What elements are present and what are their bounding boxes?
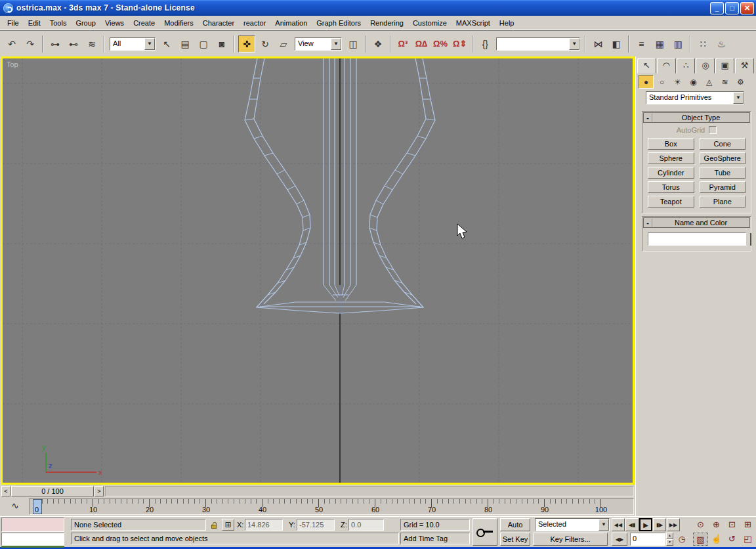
zoom-all-button[interactable]: ⊕ [709, 518, 724, 531]
menu-item-character[interactable]: Character [198, 17, 239, 29]
percent-snap-toggle-button[interactable]: Ω% [431, 35, 450, 53]
previous-frame-button[interactable]: ◀▮ [625, 518, 639, 531]
key-mode-toggle-button[interactable]: ◀▶ [612, 533, 627, 546]
category-space-warps[interactable]: ≋ [717, 75, 732, 89]
chevron-down-icon[interactable]: ▼ [733, 92, 744, 104]
tab-hierarchy[interactable]: ∴ [677, 58, 696, 74]
window-crossing-toggle-button[interactable]: ◙ [213, 35, 230, 53]
minimize-button[interactable]: _ [710, 2, 724, 14]
pan-button[interactable]: ☝ [709, 533, 724, 546]
time-configuration-button[interactable]: ◷ [676, 533, 688, 546]
menu-item-modifiers[interactable]: Modifiers [159, 17, 198, 29]
angle-snap-toggle-button[interactable]: Ω∆ [413, 35, 430, 53]
selection-lock-toggle[interactable] [209, 519, 219, 531]
tab-create[interactable]: ↖ [637, 58, 656, 74]
time-slider-track[interactable] [105, 486, 634, 496]
current-frame-field[interactable]: 0 [630, 533, 665, 546]
viewport-canvas[interactable]: yxz [3, 58, 633, 483]
object-type-button-teapot[interactable]: Teapot [648, 196, 694, 208]
object-type-button-torus[interactable]: Torus [648, 181, 694, 193]
menu-item-group[interactable]: Group [71, 17, 100, 29]
schematic-view-button[interactable]: ▥ [669, 35, 686, 53]
play-button[interactable]: ▶ [639, 518, 652, 531]
curve-editor-button[interactable]: ▦ [651, 35, 668, 53]
add-time-tag-button[interactable]: Add Time Tag [400, 533, 470, 544]
min-max-toggle-button[interactable]: ◰ [740, 533, 755, 546]
time-slider-next-button[interactable]: > [94, 486, 104, 496]
zoom-button[interactable]: ⊙ [693, 518, 708, 531]
maxscript-mini-listener-pink[interactable] [1, 517, 64, 532]
mirror-button[interactable]: ⋈ [589, 35, 606, 53]
menu-item-create[interactable]: Create [129, 17, 159, 29]
layer-manager-button[interactable]: ≡ [633, 35, 650, 53]
spinner-snap-toggle-button[interactable]: Ω⇕ [451, 35, 469, 53]
arc-rotate-button[interactable]: ↺ [724, 533, 740, 546]
tab-modify[interactable]: ◠ [657, 58, 676, 74]
tab-utilities[interactable]: ⚒ [735, 58, 754, 74]
menu-item-graph-editors[interactable]: Graph Editors [312, 17, 366, 29]
menu-item-tools[interactable]: Tools [45, 17, 72, 29]
object-type-button-cylinder[interactable]: Cylinder [648, 167, 694, 179]
chevron-down-icon[interactable]: ▼ [144, 38, 155, 50]
align-button[interactable]: ◧ [608, 35, 625, 53]
zoom-extents-all-button[interactable]: ⊞ [740, 518, 755, 531]
zoom-extents-button[interactable]: ⊡ [724, 518, 740, 531]
menu-item-customize[interactable]: Customize [408, 17, 452, 29]
render-scene-button[interactable]: ♨ [713, 35, 730, 53]
set-key-button[interactable]: Set Key [500, 533, 530, 546]
rectangular-selection-region-button[interactable]: ▢ [195, 35, 212, 53]
bind-to-space-warp-button[interactable]: ≋ [83, 35, 100, 53]
object-color-swatch[interactable] [750, 233, 751, 246]
chevron-down-icon[interactable]: ▼ [569, 38, 579, 50]
y-coordinate-field[interactable]: -57.125 [297, 519, 335, 531]
menu-item-reactor[interactable]: reactor [239, 17, 270, 29]
object-type-button-sphere[interactable]: Sphere [648, 152, 694, 164]
mini-curve-editor-button[interactable]: ∿ [5, 499, 25, 514]
object-type-button-plane[interactable]: Plane [700, 196, 746, 208]
undo-button[interactable]: ↶ [3, 35, 20, 53]
menu-item-file[interactable]: File [3, 17, 24, 29]
select-and-move-button[interactable]: ✜ [238, 35, 255, 53]
chevron-down-icon[interactable]: ▼ [598, 519, 609, 531]
menu-item-help[interactable]: Help [495, 17, 519, 29]
absolute-offset-mode-toggle[interactable]: ⊞ [222, 519, 234, 531]
menu-item-views[interactable]: Views [100, 17, 129, 29]
set-keys-button[interactable] [472, 518, 497, 546]
go-to-start-button[interactable]: ◀◀ [612, 518, 625, 531]
select-and-manipulate-button[interactable]: ❖ [369, 35, 387, 53]
object-type-button-box[interactable]: Box [648, 138, 694, 150]
tab-motion[interactable]: ◎ [696, 58, 715, 74]
frame-spinner[interactable]: ▲▼ [666, 533, 673, 546]
next-frame-button[interactable]: ▮▶ [653, 518, 666, 531]
z-coordinate-field[interactable]: 0.0 [348, 519, 384, 531]
snaps-toggle-button[interactable]: Ω³ [394, 35, 411, 53]
reference-coordinate-system-dropdown[interactable]: View▼ [295, 37, 342, 51]
object-type-button-pyramid[interactable]: Pyramid [700, 181, 746, 193]
collapse-icon[interactable]: - [644, 114, 652, 121]
x-coordinate-field[interactable]: 14.826 [245, 519, 283, 531]
menu-item-animation[interactable]: Animation [270, 17, 312, 29]
category-shapes[interactable]: ○ [654, 75, 669, 89]
menu-item-edit[interactable]: Edit [24, 17, 45, 29]
key-filter-dropdown[interactable]: Selected ▼ [535, 518, 610, 531]
object-type-button-cone[interactable]: Cone [700, 138, 746, 150]
spinner-down-icon[interactable]: ▼ [666, 539, 673, 546]
category-helpers[interactable]: ◬ [702, 75, 717, 89]
unlink-selection-button[interactable]: ⊷ [65, 35, 82, 53]
category-dropdown[interactable]: Standard Primitives ▼ [646, 91, 744, 104]
object-type-button-geosphere[interactable]: GeoSphere [700, 152, 746, 164]
object-type-rollout-header[interactable]: - Object Type [643, 112, 750, 123]
collapse-icon[interactable]: - [644, 219, 652, 227]
viewport-label[interactable]: Top [7, 60, 18, 68]
track-bar-ruler[interactable]: 0102030405060708090100 [29, 498, 634, 515]
named-selection-set-dropdown[interactable]: ▼ [496, 37, 580, 51]
select-and-rotate-button[interactable]: ↻ [257, 35, 274, 53]
category-systems[interactable]: ⚙ [733, 75, 748, 89]
redo-button[interactable]: ↷ [22, 35, 39, 53]
auto-key-button[interactable]: Auto Key [500, 518, 530, 531]
maximize-button[interactable]: □ [725, 2, 739, 14]
category-cameras[interactable]: ◉ [686, 75, 701, 89]
object-type-button-tube[interactable]: Tube [700, 167, 746, 179]
category-lights[interactable]: ☀ [670, 75, 685, 89]
select-object-button[interactable]: ↖ [158, 35, 175, 53]
